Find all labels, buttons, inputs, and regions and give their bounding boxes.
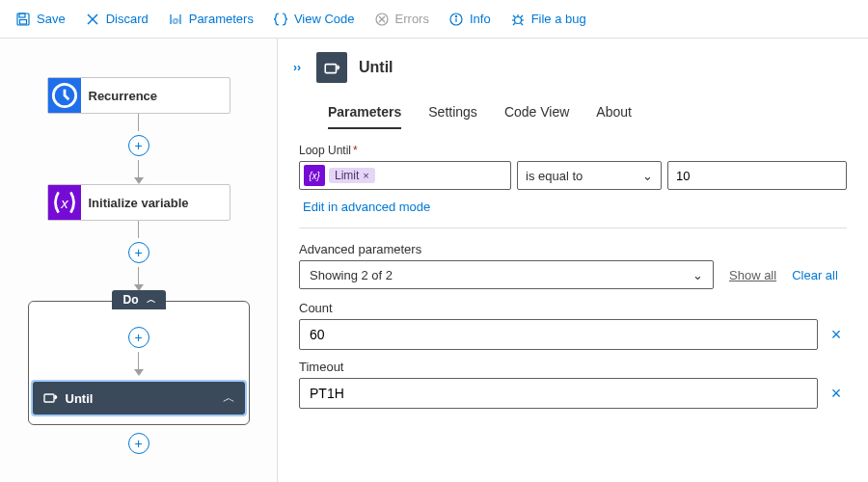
- svg-line-18: [513, 23, 515, 25]
- chevron-down-icon: ⌄: [692, 268, 703, 282]
- svg-point-12: [514, 16, 521, 23]
- count-input[interactable]: [299, 319, 818, 350]
- loop-icon: [316, 52, 347, 83]
- add-step-button[interactable]: +: [128, 327, 149, 348]
- do-tab[interactable]: Do ︿: [112, 290, 166, 309]
- node-until[interactable]: Until ︿: [33, 382, 245, 415]
- properties-panel: ›› Until Parameters Settings Code View A…: [277, 39, 868, 482]
- clear-count-button[interactable]: ×: [826, 325, 847, 345]
- clear-timeout-button[interactable]: ×: [826, 384, 847, 404]
- svg-rect-2: [20, 19, 27, 24]
- discard-button[interactable]: Discard: [77, 8, 156, 31]
- chevron-down-icon: ⌄: [642, 169, 653, 183]
- tab-settings[interactable]: Settings: [428, 96, 477, 129]
- panel-title: Until: [359, 59, 393, 76]
- save-button[interactable]: Save: [8, 8, 73, 31]
- connector: [138, 221, 139, 238]
- timeout-row: ×: [299, 378, 847, 409]
- close-icon: [85, 12, 100, 27]
- svg-line-19: [521, 23, 523, 25]
- fx-icon: {x}: [304, 165, 325, 186]
- add-step-button[interactable]: +: [128, 433, 149, 454]
- arrow-icon: [134, 369, 144, 376]
- edit-advanced-mode-link[interactable]: Edit in advanced mode: [303, 200, 430, 214]
- svg-rect-23: [325, 65, 336, 73]
- clear-all-link[interactable]: Clear all: [792, 268, 838, 282]
- count-row: ×: [299, 319, 847, 350]
- divider: [299, 228, 847, 228]
- node-recurrence[interactable]: Recurrence: [47, 77, 231, 114]
- connector: [138, 352, 139, 369]
- until-label: Until: [66, 391, 94, 406]
- view-code-button[interactable]: View Code: [265, 8, 363, 31]
- discard-label: Discard: [106, 12, 149, 26]
- loop-until-row: {x} Limit × is equal to ⌄: [299, 161, 847, 190]
- svg-line-16: [513, 15, 515, 17]
- svg-line-17: [521, 15, 523, 17]
- chevron-up-icon: ︿: [147, 293, 156, 307]
- node-initvar-label: Initialize variable: [81, 196, 189, 210]
- parameters-icon: @: [168, 12, 183, 27]
- parameters-button[interactable]: @ Parameters: [160, 8, 261, 31]
- svg-point-10: [455, 15, 456, 16]
- chevron-up-icon: ︿: [223, 389, 235, 407]
- loop-until-value-input[interactable]: [667, 161, 847, 190]
- collapse-panel-button[interactable]: ››: [289, 57, 305, 78]
- advanced-params-row: Showing 2 of 2 ⌄ Show all Clear all: [299, 260, 847, 289]
- errors-label: Errors: [395, 12, 429, 26]
- loop-until-label: Loop Until*: [299, 144, 847, 157]
- panel-body: Loop Until* {x} Limit × is equal to ⌄ Ed…: [278, 130, 868, 418]
- arrow-icon: [134, 177, 144, 184]
- error-icon: [374, 12, 390, 27]
- show-all-link[interactable]: Show all: [729, 268, 776, 282]
- view-code-label: View Code: [294, 12, 355, 26]
- connector: [138, 160, 139, 177]
- add-step-button[interactable]: +: [128, 242, 149, 263]
- node-recurrence-label: Recurrence: [81, 89, 158, 103]
- main: Recurrence + x Initialize variable + Do …: [0, 39, 868, 482]
- loop-until-expression-input[interactable]: {x} Limit ×: [299, 161, 511, 190]
- svg-rect-22: [44, 394, 54, 402]
- count-label: Count: [299, 301, 847, 315]
- timeout-label: Timeout: [299, 360, 847, 374]
- do-until-group[interactable]: Do ︿ + Until ︿: [28, 301, 250, 425]
- panel-header: ›› Until: [278, 39, 868, 93]
- info-label: Info: [470, 12, 491, 26]
- save-icon: [15, 12, 31, 27]
- panel-tabs: Parameters Settings Code View About: [278, 93, 868, 130]
- loop-icon: [42, 389, 58, 408]
- svg-text:x: x: [60, 196, 68, 211]
- svg-text:@: @: [172, 16, 179, 25]
- do-label: Do: [123, 293, 139, 307]
- timeout-input[interactable]: [299, 378, 818, 409]
- advanced-params-select[interactable]: Showing 2 of 2 ⌄: [299, 260, 714, 289]
- file-bug-button[interactable]: File a bug: [502, 8, 594, 31]
- connector: [138, 114, 139, 131]
- tab-about[interactable]: About: [596, 96, 632, 129]
- tab-code-view[interactable]: Code View: [504, 96, 569, 129]
- operator-select[interactable]: is equal to ⌄: [517, 161, 662, 190]
- operator-value: is equal to: [526, 169, 583, 183]
- token-limit[interactable]: Limit ×: [329, 168, 375, 183]
- designer-canvas[interactable]: Recurrence + x Initialize variable + Do …: [0, 39, 277, 482]
- save-label: Save: [37, 12, 66, 26]
- token-text: Limit: [335, 169, 359, 182]
- bug-icon: [510, 12, 526, 27]
- add-step-button[interactable]: +: [128, 135, 149, 156]
- tab-parameters[interactable]: Parameters: [328, 96, 401, 129]
- connector: [138, 267, 139, 284]
- info-icon: [448, 12, 464, 27]
- errors-button: Errors: [366, 8, 437, 31]
- advanced-params-label: Advanced parameters: [299, 242, 847, 256]
- remove-token-button[interactable]: ×: [363, 170, 368, 181]
- braces-icon: [273, 12, 288, 27]
- svg-rect-1: [19, 13, 25, 17]
- parameters-label: Parameters: [189, 12, 254, 26]
- variable-icon: x: [48, 185, 81, 220]
- node-initialize-variable[interactable]: x Initialize variable: [47, 184, 231, 221]
- advanced-select-value: Showing 2 of 2: [310, 268, 393, 282]
- file-bug-label: File a bug: [531, 12, 586, 26]
- clock-icon: [48, 78, 81, 113]
- info-button[interactable]: Info: [441, 8, 499, 31]
- toolbar: Save Discard @ Parameters View Code Erro…: [0, 0, 868, 39]
